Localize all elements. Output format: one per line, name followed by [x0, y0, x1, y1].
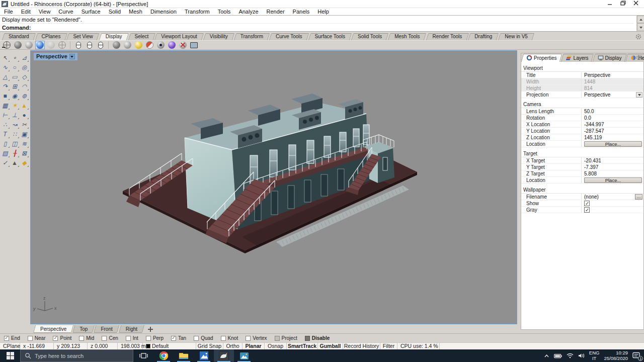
check-tool-icon[interactable]: ✓: [1, 158, 10, 167]
chevron-down-icon[interactable]: [636, 92, 642, 98]
clamp-tool-icon[interactable]: ╂: [10, 148, 20, 158]
tab-viewport-layout[interactable]: Viewport Layout: [155, 33, 203, 40]
start-button[interactable]: [0, 349, 20, 362]
tab-select[interactable]: Select: [129, 33, 154, 40]
menu-render[interactable]: Render: [263, 9, 289, 15]
extrude-tool-icon[interactable]: ▯: [1, 139, 10, 148]
viewport-tab-right[interactable]: Right: [120, 325, 143, 333]
taskbar-app-photos[interactable]: [194, 349, 214, 362]
circle-tool-icon[interactable]: ○: [10, 62, 20, 72]
hidden-icons-chevron[interactable]: [544, 353, 549, 358]
menu-solid[interactable]: Solid: [105, 9, 125, 15]
checkbox-icon[interactable]: [194, 336, 199, 341]
filter-toggle[interactable]: Filter: [380, 343, 397, 349]
ellipse-tool-icon[interactable]: ◎: [20, 62, 29, 72]
taskbar-app-explorer[interactable]: [174, 349, 194, 362]
viewport-tab-top[interactable]: Top: [73, 325, 94, 333]
grid-array-tool-icon[interactable]: ▤: [1, 148, 10, 158]
checkbox-icon[interactable]: [275, 336, 280, 341]
flow-tool-icon[interactable]: ≋: [20, 139, 29, 148]
chevron-down-icon[interactable]: [69, 54, 75, 59]
viewport-tab-front[interactable]: Front: [95, 325, 118, 333]
language-indicator[interactable]: ENG IT: [589, 350, 600, 361]
tab-solid-tools[interactable]: Solid Tools: [352, 33, 387, 40]
record-history-toggle[interactable]: Record History: [343, 343, 380, 349]
tab-display[interactable]: Display: [100, 33, 128, 40]
projection-select[interactable]: Perspective: [582, 92, 643, 98]
x-target-value[interactable]: -20.431: [582, 157, 643, 163]
curve-tool-icon[interactable]: ∿: [1, 62, 10, 72]
gear-icon[interactable]: [635, 33, 642, 40]
xray-mode-icon[interactable]: [57, 41, 67, 49]
osnap-knot[interactable]: Knot: [221, 335, 238, 341]
browse-button[interactable]: ...: [635, 194, 642, 200]
taskbar-search-input[interactable]: Type here to search: [20, 349, 133, 362]
surface-grid-tool-icon[interactable]: ⊞: [10, 81, 20, 91]
monochrome-mode-icon[interactable]: [167, 41, 177, 49]
y-target-value[interactable]: -7.397: [582, 164, 643, 170]
target-place-button[interactable]: Place...: [584, 177, 642, 183]
osnap-end[interactable]: End: [4, 335, 20, 341]
tab-transform[interactable]: Transform: [235, 33, 269, 40]
sphere-tool-icon[interactable]: ◉: [10, 91, 20, 101]
checkbox-checked-icon[interactable]: [53, 336, 58, 341]
osnap-near[interactable]: Near: [28, 335, 46, 341]
restore-button[interactable]: [620, 1, 626, 7]
taskbar-clock[interactable]: 10:29 25/08/2020: [604, 350, 628, 361]
blend-tool-icon[interactable]: ●: [20, 110, 29, 120]
menu-analyze[interactable]: Analyze: [234, 9, 262, 15]
polygon-tool-icon[interactable]: △: [1, 72, 10, 81]
select-arrow-icon[interactable]: ↖: [1, 53, 10, 62]
points-on-tool-icon[interactable]: ∴: [1, 120, 10, 129]
osnap-point[interactable]: Point: [53, 335, 71, 341]
osnap-vertex[interactable]: Vertex: [246, 335, 267, 341]
tab-drafting[interactable]: Drafting: [469, 33, 498, 40]
arctic-mode-icon[interactable]: [145, 41, 154, 49]
tab-standard[interactable]: Standard: [3, 33, 35, 40]
tab-cplanes[interactable]: CPlanes: [36, 33, 66, 40]
scale-tool-icon[interactable]: ∷: [10, 129, 20, 139]
menu-mesh[interactable]: Mesh: [125, 9, 146, 15]
command-prompt[interactable]: Command:: [2, 24, 633, 32]
osnap-perp[interactable]: Perp: [146, 335, 164, 341]
viewport-title-value[interactable]: Perspective: [582, 72, 643, 78]
fillet-tool-icon[interactable]: ⊢: [1, 110, 10, 120]
viewport-title-menu[interactable]: Perspective: [34, 53, 77, 60]
primitives-tool-icon[interactable]: ▲: [10, 158, 20, 167]
taskbar-app-chrome[interactable]: [153, 349, 174, 362]
checkbox-icon[interactable]: [28, 336, 33, 341]
tab-render-tools[interactable]: Render Tools: [427, 33, 468, 40]
torus-tool-icon[interactable]: ⊚: [20, 91, 29, 101]
shaded-gray-mode-icon[interactable]: [24, 41, 34, 49]
osnap-int[interactable]: Int: [126, 335, 138, 341]
panel-gear-icon[interactable]: [635, 54, 642, 61]
tab-curve-tools[interactable]: Curve Tools: [270, 33, 308, 40]
ortho-toggle[interactable]: Ortho: [223, 343, 243, 349]
box-tool-icon[interactable]: ■: [1, 91, 10, 101]
viewport-canvas[interactable]: z x y: [31, 51, 517, 324]
tab-new-in-v5[interactable]: New in V5: [499, 33, 533, 40]
perspective-viewport[interactable]: z x y Perspective: [30, 50, 517, 324]
checkbox-icon[interactable]: [126, 336, 131, 341]
z-location-value[interactable]: 145.119: [582, 134, 643, 140]
show-checkbox[interactable]: [584, 201, 590, 206]
rotation-value[interactable]: 0.0: [582, 115, 643, 121]
lens-length-value[interactable]: 50.0: [582, 108, 643, 114]
z-target-value[interactable]: 5.808: [582, 170, 643, 176]
menu-dimension[interactable]: Dimension: [146, 9, 181, 15]
volume-icon[interactable]: [578, 353, 585, 358]
point-tool-icon[interactable]: ∘: [10, 53, 20, 62]
mouse-icon[interactable]: [85, 41, 94, 49]
tab-set-view[interactable]: Set View: [67, 33, 98, 40]
surface-curve-tool-icon[interactable]: ◠: [20, 81, 29, 91]
text-tool-icon[interactable]: T: [1, 129, 10, 139]
osnap-quad[interactable]: Quad: [194, 335, 213, 341]
taskbar-app-image-viewer[interactable]: [234, 349, 254, 362]
smarttrack-toggle[interactable]: SmartTrack: [287, 343, 318, 349]
menu-view[interactable]: View: [35, 9, 55, 15]
ghosted-mode-icon[interactable]: [46, 41, 56, 49]
menu-help[interactable]: Help: [313, 9, 333, 15]
explode-tool-icon[interactable]: ✶: [10, 101, 20, 110]
menu-transform[interactable]: Transform: [181, 9, 214, 15]
checkbox-icon[interactable]: [146, 336, 151, 341]
